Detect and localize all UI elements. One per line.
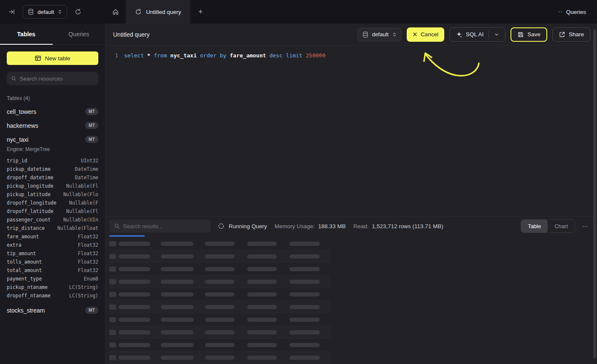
sql-token [144, 52, 147, 59]
skeleton-pill [161, 242, 194, 246]
skeleton-pill [289, 356, 320, 360]
new-table-button[interactable]: New table [7, 51, 98, 65]
resources-search-input[interactable] [20, 75, 94, 82]
skeleton-cell [247, 254, 289, 259]
column-type: UInt32 [81, 156, 98, 165]
skeleton-pill [289, 343, 320, 347]
skeleton-cell [161, 343, 205, 347]
progress-track [109, 235, 597, 237]
skeleton-row [109, 275, 330, 288]
skeleton-cell [109, 279, 119, 284]
table-list-item[interactable]: nyc_taxiMT [7, 136, 98, 143]
toggle-chart[interactable]: Chart [548, 219, 575, 233]
skeleton-cell [205, 318, 247, 322]
skeleton-pill [289, 318, 320, 322]
skeleton-pill [161, 292, 194, 297]
sql-editor[interactable]: 1 select * from nyc_taxi order by fare_a… [105, 46, 597, 216]
column-type: Nullable(Flo [63, 190, 98, 199]
main: Untitled query default Cancel [105, 24, 597, 364]
sync-icon [135, 8, 142, 15]
column-name: tolls_amount [7, 258, 42, 266]
column-type: Nullable(Fl [66, 182, 98, 190]
skeleton-cell [161, 242, 205, 246]
sql-token [227, 52, 230, 59]
skeleton-pill [289, 292, 320, 297]
skeleton-pill [205, 267, 235, 271]
tabstrip: Untitled query + [105, 0, 211, 24]
skeleton-cell [109, 342, 119, 348]
column-type: Float32 [78, 249, 98, 258]
skeleton-cell [289, 343, 330, 347]
column-type: LC(String) [69, 291, 98, 300]
sql-token: fare_amount [230, 52, 266, 59]
table-name: cell_towers [7, 108, 36, 115]
skeleton-cell [289, 254, 330, 259]
table-list-item[interactable]: cell_towersMT [7, 108, 98, 115]
cancel-button[interactable]: Cancel [407, 27, 444, 42]
column-name: pickup_latitude [7, 190, 51, 199]
skeleton-pill [119, 280, 150, 284]
skeleton-row [109, 326, 330, 339]
skeleton-cell [205, 292, 247, 297]
column-row: dropoff_ntanameLC(String) [7, 291, 98, 300]
table-name: hackernews [7, 122, 38, 129]
skeleton-pill [161, 318, 194, 322]
search-icon [114, 223, 120, 229]
refresh-button[interactable] [73, 7, 83, 17]
skeleton-cell [289, 267, 330, 271]
column-name: tip_amount [7, 249, 36, 258]
more-options-button[interactable]: ⋯ [580, 221, 590, 231]
read-label: Read: [353, 223, 368, 229]
skeleton-cell [119, 330, 161, 334]
sql-code[interactable]: select * from nyc_taxi order by fare_amo… [118, 51, 326, 216]
skeleton-pill [247, 280, 277, 284]
tab-untitled-query[interactable]: Untitled query [126, 0, 190, 24]
column-list: trip_idUInt32pickup_datetimeDateTimedrop… [7, 156, 98, 300]
query-database-selector[interactable]: default [357, 28, 402, 41]
skeleton-cell [247, 267, 289, 271]
toggle-table[interactable]: Table [521, 219, 548, 233]
skeleton-pill [289, 242, 320, 246]
skeleton-pill [119, 254, 150, 259]
topbar-database-selector[interactable]: default [23, 5, 67, 19]
queries-nav-button[interactable]: Queries [558, 0, 597, 24]
column-type: Float32 [78, 241, 98, 249]
column-type: Float32 [78, 266, 98, 275]
column-row: passenger_countNullable(UIn [7, 216, 98, 224]
results-search-input[interactable] [123, 223, 207, 229]
sidebar-tab-tables[interactable]: Tables [0, 24, 53, 44]
skeleton-pill [109, 317, 116, 322]
table-list-item[interactable]: stocks_streamMT [7, 307, 98, 314]
skeleton-cell [289, 330, 330, 334]
column-name: dropoff_datetime [7, 173, 54, 182]
sql-ai-button[interactable]: SQL AI [449, 27, 505, 42]
skeleton-cell [289, 292, 330, 297]
skeleton-cell [161, 267, 205, 271]
share-button[interactable]: Share [552, 27, 590, 42]
table-list-item[interactable]: hackernewsMT [7, 122, 98, 129]
tab-home[interactable] [105, 0, 126, 24]
tables-section-label: Tables (4) [7, 95, 98, 101]
sidebar-tab-tables-label: Tables [17, 31, 35, 38]
skeleton-cell [109, 267, 119, 272]
sidebar-tab-queries[interactable]: Queries [53, 24, 105, 44]
skeleton-cell [247, 330, 289, 334]
new-tab-button[interactable]: + [190, 0, 211, 24]
column-row: dropoff_datetimeDateTime [7, 173, 98, 182]
engine-badge: MT [85, 307, 98, 314]
skeleton-pill [161, 330, 194, 334]
sql-token: nyc_taxi [170, 52, 197, 59]
sql-token: * [147, 52, 151, 59]
vertical-scrollbar[interactable] [593, 30, 596, 359]
skeleton-row [109, 263, 330, 275]
chevron-down-icon[interactable] [494, 32, 499, 37]
skeleton-pill [161, 280, 194, 284]
save-button[interactable]: Save [511, 27, 547, 42]
skeleton-cell [119, 254, 161, 259]
sidebar-collapse-icon [8, 8, 15, 15]
divider [489, 31, 489, 38]
column-type: LC(String) [69, 283, 98, 291]
skeleton-pill [161, 356, 194, 360]
skeleton-cell [289, 318, 330, 322]
sidebar-collapse-button[interactable] [7, 7, 17, 17]
